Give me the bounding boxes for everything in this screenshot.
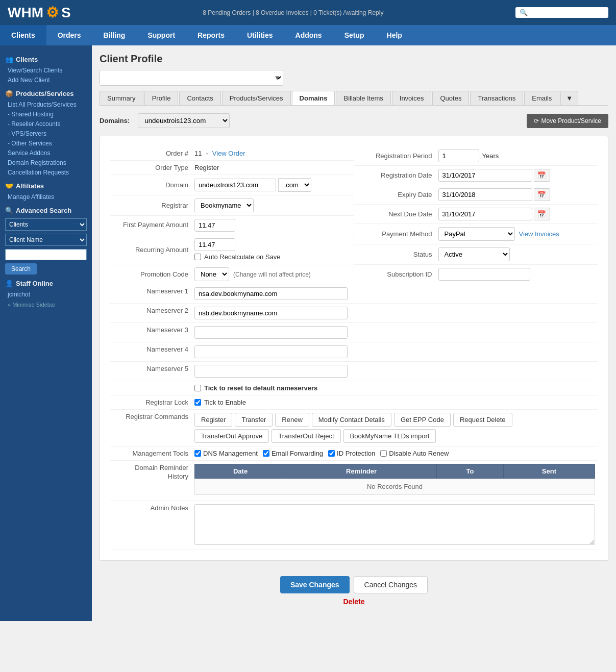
promo-select[interactable]: None — [194, 267, 229, 281]
payment-method-select[interactable]: PayPal — [438, 227, 515, 241]
cmd-get-epp[interactable]: Get EPP Code — [394, 413, 451, 427]
cmd-transfer[interactable]: Transfer — [235, 413, 273, 427]
ns1-input[interactable] — [194, 287, 348, 300]
email-forwarding-toggle[interactable]: Email Forwarding — [263, 450, 323, 457]
client-selector[interactable] — [100, 70, 283, 86]
sidebar-reseller-accounts[interactable]: - Reseller Accounts — [5, 119, 87, 129]
registrar-select[interactable]: Bookmyname — [194, 198, 254, 212]
clients-icon: 👥 — [5, 56, 13, 63]
expiry-date-label: Expiry Date — [357, 191, 438, 198]
reg-period-input[interactable] — [438, 150, 479, 162]
advanced-search-field-select[interactable]: Client Name — [5, 234, 87, 246]
reg-lock-checkbox[interactable] — [194, 399, 201, 406]
nav-billing[interactable]: Billing — [92, 25, 137, 45]
advanced-search-input[interactable] — [5, 249, 87, 260]
id-protection-checkbox[interactable] — [328, 450, 335, 457]
sidebar-cancellation-requests[interactable]: Cancellation Requests — [5, 168, 87, 177]
move-product-button[interactable]: ⟳ Move Product/Service — [527, 114, 608, 128]
advanced-search-button[interactable]: Search — [5, 263, 37, 275]
registrar-label: Registrar — [113, 202, 194, 209]
nav-setup[interactable]: Setup — [333, 25, 376, 45]
expiry-date-input[interactable] — [438, 188, 532, 201]
tab-products-services[interactable]: Products/Services — [222, 91, 291, 105]
reg-date-input[interactable] — [438, 169, 532, 182]
next-due-calendar-button[interactable]: 📅 — [534, 208, 550, 220]
cmd-register[interactable]: Register — [194, 413, 232, 427]
nav-reports[interactable]: Reports — [186, 25, 236, 45]
domain-selector[interactable]: undeuxtrois123.com — [138, 113, 230, 128]
domain-tld-select[interactable]: .com — [278, 178, 311, 192]
sub-id-input[interactable] — [438, 268, 530, 281]
recurring-row: Recurring Amount Auto Recalculate on Sav… — [110, 235, 354, 264]
cmd-bookmyname-tlds[interactable]: BookMyName TLDs import — [343, 429, 436, 443]
admin-notes-textarea[interactable] — [194, 504, 595, 545]
tab-emails[interactable]: Emails — [524, 91, 559, 105]
sidebar-other-services[interactable]: - Other Services — [5, 139, 87, 148]
advanced-search-icon: 🔍 — [5, 207, 13, 214]
status-select[interactable]: Active — [438, 247, 510, 261]
client-selector-bar: ▼ — [100, 70, 608, 86]
admin-notes-value — [194, 504, 595, 546]
cancel-changes-button[interactable]: Cancel Changes — [354, 576, 428, 593]
tab-quotes[interactable]: Quotes — [432, 91, 469, 105]
cmd-request-delete[interactable]: Request Delete — [453, 413, 512, 427]
disable-auto-renew-checkbox[interactable] — [380, 450, 387, 457]
reset-ns-checkbox[interactable] — [194, 385, 201, 391]
nav-support[interactable]: Support — [136, 25, 186, 45]
tab-domains[interactable]: Domains — [292, 91, 335, 105]
view-invoices-link[interactable]: View Invoices — [519, 230, 559, 238]
tab-profile[interactable]: Profile — [144, 91, 179, 105]
sidebar-service-addons[interactable]: Service Addons — [5, 148, 87, 158]
email-forwarding-checkbox[interactable] — [263, 450, 269, 457]
logo: WHM⚙S — [8, 4, 71, 21]
topbar-search-input[interactable] — [528, 9, 604, 16]
sidebar-manage-affiliates[interactable]: Manage Affiliates — [5, 192, 87, 202]
tab-billable-items[interactable]: Billable Items — [336, 91, 390, 105]
recurring-input[interactable] — [194, 238, 235, 251]
tab-transactions[interactable]: Transactions — [470, 91, 523, 105]
id-protection-toggle[interactable]: ID Protection — [328, 450, 375, 457]
sidebar-add-client[interactable]: Add New Client — [5, 76, 87, 85]
delete-button[interactable]: Delete — [343, 598, 364, 606]
save-changes-button[interactable]: Save Changes — [280, 576, 350, 593]
reminder-col-reminder: Reminder — [286, 464, 437, 479]
sidebar-shared-hosting[interactable]: - Shared Hosting — [5, 110, 87, 119]
advanced-search-type-select[interactable]: Clients — [5, 218, 87, 231]
nav-help[interactable]: Help — [376, 25, 413, 45]
expiry-date-calendar-button[interactable]: 📅 — [534, 188, 550, 201]
next-due-input[interactable] — [438, 208, 532, 220]
auto-recalc-checkbox[interactable] — [194, 254, 201, 260]
first-payment-input[interactable] — [194, 219, 235, 232]
nav-clients[interactable]: Clients — [0, 25, 46, 45]
view-order-link[interactable]: View Order — [212, 150, 245, 157]
reg-date-calendar-button[interactable]: 📅 — [534, 169, 550, 182]
sidebar-list-products[interactable]: List All Products/Services — [5, 100, 87, 109]
tabs-more-button[interactable]: ▼ — [560, 91, 578, 105]
domain-input[interactable] — [194, 179, 276, 191]
ns4-input[interactable] — [194, 345, 348, 358]
nav-orders[interactable]: Orders — [46, 25, 92, 45]
cmd-transferout-reject[interactable]: TransferOut Reject — [272, 429, 340, 443]
tab-contacts[interactable]: Contacts — [179, 91, 220, 105]
disable-auto-renew-toggle[interactable]: Disable Auto Renew — [380, 450, 449, 457]
ns5-input[interactable] — [194, 365, 348, 378]
ns2-input[interactable] — [194, 307, 348, 319]
dns-management-checkbox[interactable] — [194, 450, 201, 457]
minimise-sidebar[interactable]: « Minimise Sidebar — [5, 299, 87, 310]
reminder-history-value: Date Reminder To Sent No Records Found — [194, 464, 595, 497]
sidebar-domain-registrations[interactable]: Domain Registrations — [5, 158, 87, 167]
cmd-renew[interactable]: Renew — [275, 413, 309, 427]
tab-summary[interactable]: Summary — [100, 91, 143, 105]
tab-invoices[interactable]: Invoices — [392, 91, 432, 105]
ns2-value — [194, 307, 595, 319]
pending-orders: 8 Pending Orders — [203, 9, 251, 16]
ns3-input[interactable] — [194, 326, 348, 339]
cmd-transferout-approve[interactable]: TransferOut Approve — [194, 429, 269, 443]
sidebar-view-clients[interactable]: View/Search Clients — [5, 66, 87, 75]
nav-utilities[interactable]: Utilities — [236, 25, 284, 45]
sidebar-vps-servers[interactable]: - VPS/Servers — [5, 129, 87, 138]
nav-addons[interactable]: Addons — [284, 25, 333, 45]
cmd-modify-contact[interactable]: Modify Contact Details — [312, 413, 391, 427]
dns-management-toggle[interactable]: DNS Management — [194, 450, 258, 457]
payment-method-value: PayPal View Invoices — [438, 227, 596, 241]
